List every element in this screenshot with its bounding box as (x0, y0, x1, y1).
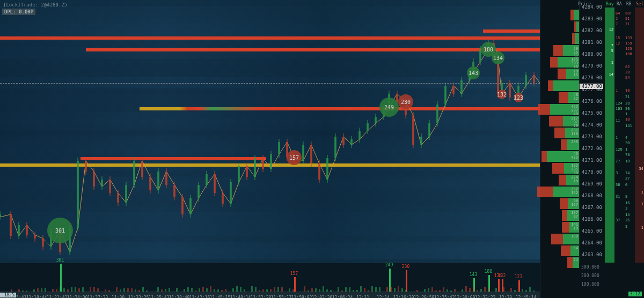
volume-bar-label: 180 (485, 269, 492, 274)
dom-header: Buy (606, 0, 613, 8)
price-tick: 4282.00 (582, 28, 602, 33)
volume-bar (294, 277, 296, 292)
volume-axis-tick: 100.000 (581, 282, 599, 287)
volume-bar (406, 270, 407, 292)
price-tick: 4278.00 (582, 75, 602, 80)
volume-axis: 300.000200.000100.000 (579, 263, 644, 292)
dom-header: RB (626, 0, 632, 8)
price-tick: 4271.00 (582, 158, 602, 163)
lock-trade-label: [Lock]Trade: 2@4280.25 (3, 2, 67, 8)
dom-header: Sell (636, 0, 644, 8)
time-label: 11:18:44 (26, 295, 47, 299)
volume-bar (518, 280, 520, 292)
time-label: 11:59:02 (291, 295, 312, 299)
price-tick: 4275.00 (582, 110, 602, 116)
time-label: 12:16:39 (393, 295, 414, 299)
time-label: 11:55:17 (271, 295, 292, 299)
order-bubble[interactable]: 143 (467, 66, 480, 79)
dom-header: RA (617, 0, 622, 8)
price-tick: 4269.00 (582, 181, 602, 187)
volume-profile: 2035311653938518154622452297482179779231… (540, 4, 579, 263)
price-tick: 4264.00 (582, 240, 602, 245)
right-badge: 3.12 (628, 292, 642, 296)
time-label: 11:24:30 (67, 295, 88, 299)
price-tick: 4281.00 (582, 40, 602, 45)
time-label: 11:27:33 (87, 295, 108, 299)
price-tick: 4270.00 (582, 169, 602, 175)
price-tick: 4274.00 (582, 122, 602, 128)
time-label: 11:42:16 (189, 295, 210, 299)
volume-bar (498, 279, 500, 292)
price-candles (0, 0, 540, 263)
time-label: 12:11 (356, 295, 369, 299)
volume-axis-tick: 300.000 (581, 265, 599, 270)
price-tick: 4276.00 (582, 99, 602, 104)
order-bubble[interactable]: 134 (492, 51, 504, 64)
price-tick: 4279.00 (582, 63, 602, 69)
order-bubble[interactable]: 301 (47, 218, 73, 243)
time-label: 12:33:22 (475, 295, 496, 299)
dpl-label: DPL: 0.00P (2, 9, 35, 15)
time-label: 12:02:30 (312, 295, 333, 299)
time-label: 12:45:14 (516, 295, 537, 299)
price-axis: 4284.004283.004282.004281.004280.004279.… (579, 0, 605, 263)
price-tick: 4272.00 (582, 146, 602, 151)
volume-panel[interactable]: 301157249230143180134132123 (0, 263, 540, 292)
volume-bar-label: 249 (385, 263, 393, 267)
order-bubble[interactable]: 249 (379, 98, 399, 117)
price-tick: 4266.00 (582, 217, 602, 222)
volume-bar-label: 132 (498, 273, 506, 278)
dom-panel: PriceBuyRARBSell127511434111642715121124… (605, 0, 644, 263)
time-label: 11:15:41 (6, 295, 27, 299)
price-tick: 4267.00 (582, 205, 602, 210)
time-label: 11:30 (112, 295, 125, 299)
time-label: 12:14 (377, 295, 390, 299)
time-label: 11:38:48 (169, 295, 190, 299)
volume-bar-label: 143 (470, 272, 477, 277)
right-panel[interactable]: 2035311653938518154622452297482179779231… (540, 0, 644, 298)
volume-bar-label: 230 (402, 264, 409, 269)
time-axis: :10:5 11:15:4111:18:4411:21:4211:24:3011… (0, 292, 540, 298)
time-label: 11:48:14 (230, 295, 251, 299)
volume-bar-label: 123 (515, 274, 522, 279)
dom-header: Price (578, 0, 591, 8)
price-tick: 4263.00 (582, 252, 602, 257)
order-bubble[interactable]: 157 (287, 150, 302, 165)
time-label: 12:06:24 (332, 295, 353, 299)
time-label: 11:35:43 (149, 295, 170, 299)
order-bubble[interactable]: 132 (497, 90, 507, 99)
main-chart[interactable]: [Lock]Trade: 2@4280.25 DPL: 0.00P 301157… (0, 0, 540, 263)
price-tick: 4283.00 (582, 16, 602, 21)
time-label: 12:25:42 (434, 295, 455, 299)
volume-bar-label: 157 (290, 271, 298, 276)
price-tick: 4273.00 (582, 134, 602, 139)
volume-axis-tick: 200.000 (581, 273, 599, 278)
time-label: 11:21:42 (47, 295, 68, 299)
time-label: 12:20:58 (414, 295, 435, 299)
price-current: 4277.00 (580, 84, 603, 89)
time-label: 12:30:09 (455, 295, 475, 299)
time-label: 11:52:20 (251, 295, 272, 299)
time-label: 12:38 (499, 295, 512, 299)
time-label: 11:45:15 (210, 295, 231, 299)
price-tick: 4268.00 (582, 193, 602, 198)
time-label: 11:33:25 (128, 295, 149, 299)
price-tick: 4280.00 (582, 51, 602, 57)
order-bubble[interactable]: 230 (398, 94, 413, 109)
order-bubble[interactable]: 123 (514, 93, 523, 102)
price-tick: 4265.00 (582, 228, 602, 234)
